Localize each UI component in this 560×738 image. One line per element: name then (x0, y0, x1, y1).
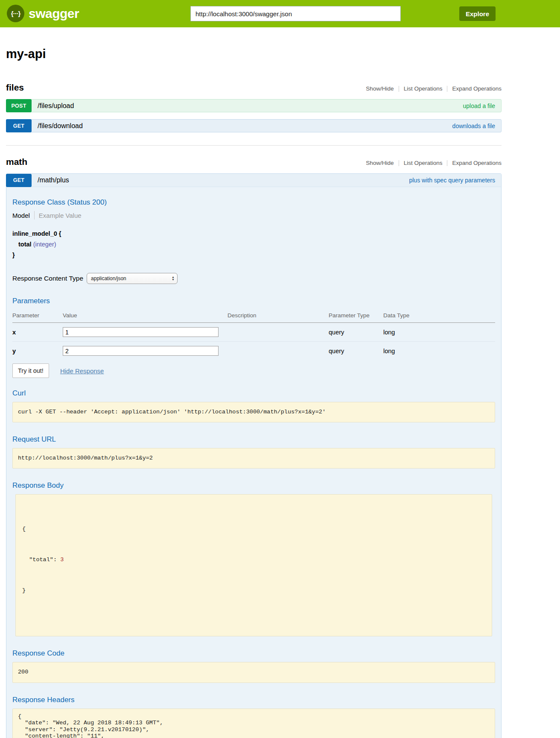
param-data-type: long (383, 323, 495, 342)
parameters-heading: Parameters (12, 297, 495, 305)
list-operations-link[interactable]: List Operations (404, 160, 443, 166)
endpoint-summary[interactable]: downloads a file (452, 123, 495, 129)
options-divider (447, 86, 447, 92)
section-title-files: files (6, 82, 24, 93)
param-description (228, 342, 329, 360)
try-it-out-button[interactable]: Try it out! (12, 363, 49, 378)
json-total-line: "total": 3 (22, 555, 485, 565)
endpoint-row-get-files-download[interactable]: GET /files/download downloads a file (6, 119, 502, 132)
section-options-math: Show/Hide List Operations Expand Operati… (366, 160, 502, 167)
json-close-brace: } (22, 586, 485, 596)
param-name: y (12, 342, 63, 360)
param-name: x (12, 323, 63, 342)
section-divider (6, 145, 502, 146)
method-badge-get: GET (6, 174, 32, 187)
explore-button[interactable]: Explore (459, 6, 496, 21)
endpoint-row-get-math-plus[interactable]: GET /math/plus plus with spec query para… (6, 174, 501, 187)
request-url-value: http://localhost:3000/math/plus?x=1&y=2 (12, 448, 495, 469)
response-body-value: { "total": 3 } (15, 494, 492, 636)
endpoint-row-post-files-upload[interactable]: POST /files/upload upload a file (6, 99, 502, 112)
expand-operations-link[interactable]: Expand Operations (452, 160, 502, 166)
endpoint-summary[interactable]: plus with spec query parameters (409, 177, 495, 184)
curl-command: curl -X GET --header 'Accept: applicatio… (12, 402, 495, 422)
section-options-files: Show/Hide List Operations Expand Operati… (366, 85, 502, 93)
request-url-heading: Request URL (12, 435, 495, 444)
tab-example-value[interactable]: Example Value (39, 212, 82, 219)
parameters-header-row: Parameter Value Description Parameter Ty… (12, 310, 495, 323)
options-divider (399, 86, 399, 92)
endpoint-path[interactable]: /files/download (38, 122, 83, 130)
method-badge-get: GET (6, 119, 32, 132)
model-tabs: Model Example Value (12, 211, 495, 220)
expand-operations-link[interactable]: Expand Operations (452, 85, 502, 92)
swagger-logo-text: swagger (29, 6, 79, 21)
operation-panel-get-math-plus: GET /math/plus plus with spec query para… (6, 173, 502, 738)
model-close-brace: } (12, 252, 495, 258)
page-title: my-api (6, 47, 502, 61)
operation-content: Response Class (Status 200) Model Exampl… (6, 187, 501, 738)
response-body-heading: Response Body (12, 481, 495, 490)
response-content-type-label: Response Content Type (12, 275, 83, 282)
model-property: total (integer) (18, 241, 495, 248)
model-property-type: (integer) (33, 241, 56, 248)
model-signature: inline_model_0 { total (integer) } (12, 230, 495, 258)
response-class-heading: Response Class (Status 200) (12, 198, 495, 207)
selected-content-type: application/json (91, 275, 126, 281)
param-parameter-type: query (329, 342, 383, 360)
response-content-type-select[interactable]: application/json ▲ ▼ (87, 273, 178, 284)
tab-model[interactable]: Model (12, 212, 30, 219)
section-header-files: files Show/Hide List Operations Expand O… (6, 82, 502, 93)
swagger-logo-icon: {···} (7, 5, 24, 22)
tab-divider (34, 211, 35, 220)
json-number-value: 3 (60, 556, 64, 563)
param-data-type: long (383, 342, 495, 360)
param-row-x: x query long (12, 323, 495, 342)
options-divider (447, 160, 447, 166)
spec-url-input[interactable] (191, 6, 400, 21)
header-bar: {···} swagger Explore (0, 0, 560, 27)
endpoint-path[interactable]: /math/plus (38, 176, 69, 184)
section-title-math: math (6, 157, 27, 167)
column-data-type: Data Type (383, 310, 495, 323)
column-value: Value (63, 310, 228, 323)
param-x-value-input[interactable] (63, 327, 219, 337)
endpoint-summary[interactable]: upload a file (463, 102, 495, 109)
endpoint-path[interactable]: /files/upload (38, 102, 74, 110)
main-content: my-api files Show/Hide List Operations E… (6, 47, 502, 738)
hide-response-link[interactable]: Hide Response (60, 367, 104, 375)
arrow-down-icon: ▼ (172, 278, 175, 281)
swagger-logo[interactable]: {···} swagger (7, 5, 79, 22)
options-divider (399, 160, 399, 166)
method-badge-post: POST (6, 99, 32, 112)
param-parameter-type: query (329, 323, 383, 342)
parameters-table: Parameter Value Description Parameter Ty… (12, 310, 495, 360)
response-code-value: 200 (12, 662, 495, 682)
response-headers-value: { "date": "Wed, 22 Aug 2018 18:49:13 GMT… (12, 709, 495, 738)
show-hide-link[interactable]: Show/Hide (366, 160, 394, 166)
list-operations-link[interactable]: List Operations (404, 85, 443, 92)
json-key: "total": (22, 556, 60, 563)
curl-heading: Curl (12, 389, 495, 398)
column-parameter-type: Parameter Type (329, 310, 383, 323)
response-code-heading: Response Code (12, 649, 495, 658)
section-header-math: math Show/Hide List Operations Expand Op… (6, 157, 502, 167)
response-content-type-row: Response Content Type application/json ▲… (12, 273, 495, 284)
response-headers-heading: Response Headers (12, 696, 495, 704)
select-arrows-icon: ▲ ▼ (172, 276, 175, 281)
column-description: Description (228, 310, 329, 323)
column-parameter: Parameter (12, 310, 63, 323)
try-it-out-row: Try it out! Hide Response (12, 363, 495, 378)
param-row-y: y query long (12, 342, 495, 360)
param-y-value-input[interactable] (63, 346, 219, 356)
show-hide-link[interactable]: Show/Hide (366, 85, 394, 92)
model-name: inline_model_0 { (12, 230, 495, 237)
json-open-brace: { (22, 524, 485, 534)
model-property-name: total (18, 241, 32, 248)
param-description (228, 323, 329, 342)
